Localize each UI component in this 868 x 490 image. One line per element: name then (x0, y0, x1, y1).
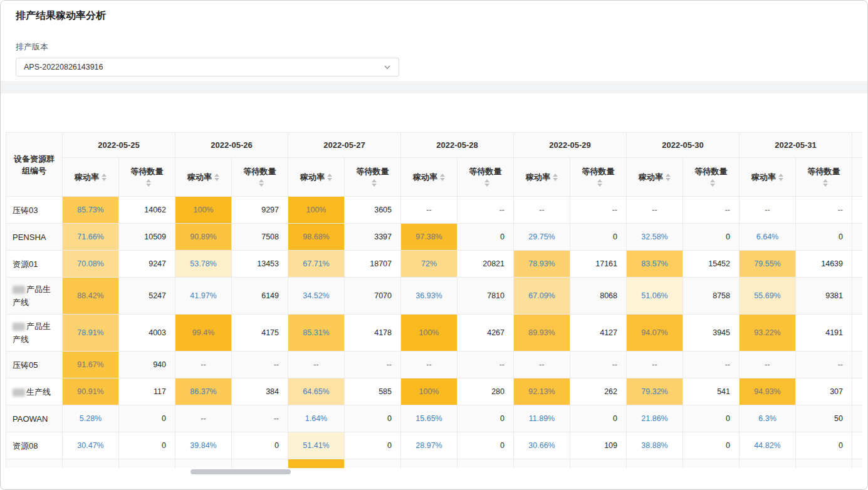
wait-cell: 0 (570, 224, 627, 251)
wait-cell: 0 (458, 224, 514, 251)
sort-icon[interactable] (778, 174, 783, 181)
wait-cell: 8068 (570, 278, 627, 315)
rate-cell: 100% (401, 378, 458, 405)
column-label: 稼动率 (413, 172, 437, 182)
group-name-cell: 产品生产线 (6, 278, 63, 315)
wait-cell: -- (796, 197, 852, 224)
table-row: PAOWAN5.28%0----1.64%015.65%011.89%021.8… (6, 405, 863, 432)
column-label: 稼动率 (187, 172, 212, 182)
rate-cell: 79.32% (627, 378, 683, 405)
rate-cell: 94.93% (740, 378, 796, 405)
rate-cell: 72% (401, 251, 458, 278)
sort-icon[interactable] (553, 174, 558, 181)
scrollbar-thumb[interactable] (191, 469, 291, 474)
sort-icon[interactable] (146, 179, 151, 187)
wait-cell: 4178 (345, 315, 401, 352)
rate-cell: 71.66% (63, 224, 119, 251)
column-label: 稼动率 (75, 172, 99, 182)
rate-column-header: 稼动率 (63, 158, 119, 197)
page-title: 排产结果稼动率分析 (16, 9, 852, 23)
redacted-text-block (13, 388, 25, 397)
rate-cell: 90.89% (175, 224, 232, 251)
rate-cell: 100% (175, 197, 232, 224)
wait-cell: 0 (458, 432, 514, 459)
rate-cell: 64.65% (288, 378, 345, 405)
wait-cell: 18707 (345, 251, 401, 278)
wait-cell: 0 (683, 432, 740, 459)
rate-cell (852, 224, 863, 251)
sort-icon[interactable] (710, 179, 715, 187)
rate-cell (852, 251, 863, 278)
table-body: 压铸0385.73%14062100%9297100%3605---------… (6, 197, 863, 469)
rate-cell: 100% (401, 315, 458, 352)
rate-cell: 38.88% (627, 432, 683, 459)
sort-icon[interactable] (440, 174, 445, 181)
rate-cell: 97.38% (401, 224, 458, 251)
table-viewport: 设备资源群组编号2022-05-252022-05-262022-05-2720… (6, 132, 862, 468)
wait-cell: 50 (796, 405, 852, 432)
rate-cell: 90.91% (63, 378, 119, 405)
wait-cell: 0 (796, 432, 852, 459)
sort-icon[interactable] (259, 179, 264, 187)
wait-cell: -- (458, 352, 514, 378)
sort-icon[interactable] (214, 174, 219, 181)
redacted-text-block (13, 323, 25, 331)
sort-icon[interactable] (666, 174, 671, 181)
rate-cell: -- (740, 352, 796, 378)
wait-cell: -- (683, 352, 740, 378)
sort-icon[interactable] (484, 179, 489, 187)
rate-cell: 83.57% (627, 251, 683, 278)
rate-cell: -- (627, 197, 683, 224)
wait-cell: 940 (119, 352, 175, 378)
column-label: 稼动率 (300, 172, 325, 182)
app-window: 排产结果稼动率分析 排产版本 APS-20220826143916 设备资源群组… (0, 0, 868, 490)
column-label: 等待数量 (357, 167, 389, 176)
group-name-cell: 生产线 (6, 378, 63, 405)
group-name-cell: 压铸05 (6, 352, 63, 378)
rate-cell: 94.07% (627, 315, 683, 352)
rate-cell: 6.3% (740, 405, 796, 432)
sort-icon[interactable] (102, 174, 107, 181)
rate-column-header: 稼动率 (852, 158, 863, 197)
rate-cell: 6.64% (740, 224, 796, 251)
wait-column-header: 等待数量 (570, 158, 627, 197)
date-header: 2022-05-28 (401, 133, 514, 158)
rate-cell: 92.13% (514, 378, 570, 405)
date-header: 2022-05-26 (175, 133, 288, 158)
group-name-cell (6, 459, 63, 469)
sort-icon[interactable] (823, 179, 828, 187)
wait-cell: 0 (345, 405, 401, 432)
column-label: 稼动率 (751, 172, 776, 182)
rate-cell: 15.65% (401, 405, 458, 432)
rate-cell (852, 197, 863, 224)
wait-cell: 6149 (232, 278, 288, 315)
version-select[interactable]: APS-20220826143916 (16, 58, 399, 76)
column-label: 等待数量 (582, 167, 615, 176)
rate-cell: 100% (288, 459, 345, 469)
rate-cell: 21.86% (627, 405, 683, 432)
sort-icon[interactable] (372, 179, 377, 187)
table-head: 设备资源群组编号2022-05-252022-05-262022-05-2720… (6, 133, 863, 197)
rate-cell: 100% (288, 197, 345, 224)
wait-cell: 15452 (683, 251, 740, 278)
rate-cell: -- (401, 459, 458, 469)
wait-cell: 0 (683, 224, 740, 251)
rate-cell (852, 432, 863, 459)
rate-cell (852, 405, 863, 432)
sort-icon[interactable] (327, 174, 332, 181)
wait-cell: 262 (570, 378, 627, 405)
rate-cell: -- (627, 352, 683, 378)
rate-cell: 1.64% (288, 405, 345, 432)
wait-cell: -- (345, 352, 401, 378)
rate-cell: 86.37% (175, 378, 232, 405)
wait-cell: 20821 (458, 251, 514, 278)
wait-column-header: 等待数量 (683, 158, 740, 197)
wait-cell: 3605 (345, 197, 401, 224)
rate-cell: 98.68% (288, 224, 345, 251)
utilization-table: 设备资源群组编号2022-05-252022-05-262022-05-2720… (6, 132, 862, 468)
date-header: 2022-05-30 (627, 133, 740, 158)
wait-cell: 0 (458, 405, 514, 432)
sort-icon[interactable] (597, 179, 602, 187)
group-name-cell: 产品生产线 (6, 315, 63, 352)
table-row: 资源0830.47%039.84%051.41%028.97%030.66%10… (6, 432, 863, 459)
